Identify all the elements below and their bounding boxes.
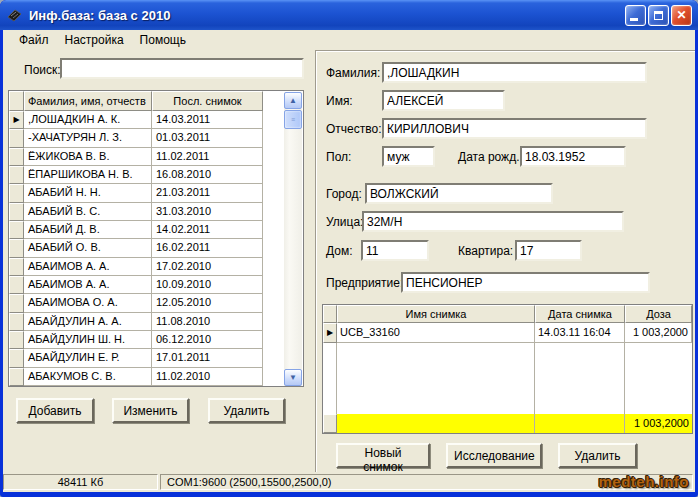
row-selector[interactable] bbox=[9, 129, 24, 147]
title-bar[interactable]: Инф.база: база с 2010 ✕ bbox=[0, 0, 698, 30]
row-selector[interactable] bbox=[9, 221, 24, 239]
patient-row[interactable]: АБАЙДУЛИН Е. Р. 17.01.2011 bbox=[9, 349, 285, 367]
patient-name: АБАИМОВ А. А. bbox=[24, 258, 152, 276]
header-selector-cell bbox=[323, 305, 337, 323]
row-selector[interactable] bbox=[9, 148, 24, 166]
patients-scrollbar[interactable]: ▲ ≡ ▼ bbox=[284, 92, 302, 386]
row-selector[interactable] bbox=[9, 239, 24, 257]
patient-name: АБАБИЙ О. В. bbox=[24, 239, 152, 257]
patient-row[interactable]: АБАЙДУЛИН Ш. Н. 06.12.2010 bbox=[9, 331, 285, 349]
row-selector[interactable] bbox=[9, 166, 24, 184]
patients-table-header: Фамилия, имя, отчеств Посл. снимок bbox=[9, 91, 285, 111]
total-dose-value: 1 003,2000 bbox=[625, 414, 692, 433]
patient-row[interactable]: АБАИМОВ А. А. 17.02.2010 bbox=[9, 258, 285, 276]
house-field[interactable] bbox=[361, 240, 429, 261]
add-button[interactable]: Добавить bbox=[16, 398, 94, 423]
patient-row[interactable]: АБАКУМОВ С. В. 11.02.2010 bbox=[9, 368, 285, 386]
search-input[interactable] bbox=[60, 58, 304, 79]
street-field[interactable] bbox=[362, 211, 624, 232]
lastname-field[interactable] bbox=[382, 62, 647, 83]
maximize-button[interactable] bbox=[648, 5, 669, 26]
patient-date: 21.03.2011 bbox=[152, 184, 263, 202]
firstname-field[interactable] bbox=[382, 90, 505, 111]
row-selector[interactable] bbox=[9, 349, 24, 367]
firstname-label: Имя: bbox=[326, 94, 353, 108]
patient-date: 10.09.2010 bbox=[152, 276, 263, 294]
menu-help[interactable]: Помощь bbox=[132, 31, 194, 49]
company-field[interactable] bbox=[401, 272, 650, 293]
column-header-dose[interactable]: Доза bbox=[625, 305, 692, 323]
row-selector[interactable] bbox=[9, 294, 24, 312]
snapshots-table: Имя снимка Дата снимка Доза ▶ UCB_33160 … bbox=[322, 304, 693, 434]
patient-row[interactable]: АБАБИЙ Н. Н. 21.03.2011 bbox=[9, 184, 285, 202]
delete-patient-button[interactable]: Удалить bbox=[208, 398, 285, 423]
patient-row[interactable]: ЁЖИКОВА В. В. 11.02.2011 bbox=[9, 148, 285, 166]
header-selector-cell bbox=[9, 91, 24, 111]
middlename-field[interactable] bbox=[382, 118, 647, 139]
patient-name: АБАИМОВА О. А. bbox=[24, 294, 152, 312]
patient-row[interactable]: АБАБИЙ В. С. 31.03.2010 bbox=[9, 203, 285, 221]
status-memory: 48411 Кб bbox=[3, 474, 158, 490]
column-header-last-snapshot[interactable]: Посл. снимок bbox=[152, 91, 263, 111]
city-field[interactable] bbox=[365, 183, 553, 204]
column-header-name[interactable]: Фамилия, имя, отчеств bbox=[24, 91, 152, 111]
patient-date: 14.03.2011 bbox=[152, 111, 263, 129]
scrollbar-thumb[interactable]: ≡ bbox=[284, 110, 302, 129]
maximize-icon bbox=[654, 11, 663, 20]
minimize-button[interactable] bbox=[625, 5, 646, 26]
scroll-down-icon[interactable]: ▼ bbox=[284, 369, 302, 386]
patient-name: АБАЙДУЛИН Ш. Н. bbox=[24, 331, 152, 349]
snapshot-row[interactable]: ▶ UCB_33160 14.03.11 16:04 1 003,2000 bbox=[323, 323, 692, 343]
lastname-label: Фамилия: bbox=[326, 66, 380, 80]
row-selector[interactable]: ▶ bbox=[323, 323, 337, 343]
close-button[interactable]: ✕ bbox=[671, 5, 692, 26]
birthdate-field[interactable] bbox=[520, 146, 626, 167]
patient-row[interactable]: АБАБИЙ Д. В. 14.02.2011 bbox=[9, 221, 285, 239]
row-selector[interactable] bbox=[9, 313, 24, 331]
scroll-up-icon[interactable]: ▲ bbox=[284, 92, 302, 109]
delete-snapshot-button[interactable]: Удалить bbox=[558, 443, 637, 468]
patient-row[interactable]: -ХАЧАТУРЯН Л. З. 01.03.2011 bbox=[9, 129, 285, 147]
apartment-field[interactable] bbox=[515, 240, 582, 261]
patient-name: АБАИМОВ А. А. bbox=[24, 276, 152, 294]
row-selector[interactable] bbox=[9, 203, 24, 221]
patient-row[interactable]: АБАИМОВ А. А. 10.09.2010 bbox=[9, 276, 285, 294]
study-button[interactable]: Исследование bbox=[446, 443, 542, 468]
client-area: Файл Настройка Помощь Поиск: Фамилия, им… bbox=[3, 30, 695, 492]
patient-row[interactable]: ЁПАРШИКОВА Н. В. 16.08.2010 bbox=[9, 166, 285, 184]
column-header-snapshot-name[interactable]: Имя снимка bbox=[337, 305, 535, 323]
patient-name: АБАБИЙ Д. В. bbox=[24, 221, 152, 239]
patient-row[interactable]: АБАИМОВА О. А. 12.05.2010 bbox=[9, 294, 285, 312]
row-selector[interactable]: ▶ bbox=[9, 111, 24, 129]
row-selector[interactable] bbox=[9, 184, 24, 202]
birthdate-label: Дата рожд.: bbox=[458, 150, 523, 164]
window-title: Инф.база: база с 2010 bbox=[29, 8, 623, 23]
column-header-snapshot-date[interactable]: Дата снимка bbox=[535, 305, 625, 323]
patient-row[interactable]: АБАЙДУЛИН А. А. 11.08.2010 bbox=[9, 313, 285, 331]
row-selector[interactable] bbox=[9, 276, 24, 294]
scrollbar-track[interactable] bbox=[284, 129, 302, 369]
patient-row[interactable]: АБАБИЙ О. В. 16.02.2011 bbox=[9, 239, 285, 257]
total-empty-cell bbox=[337, 414, 535, 433]
menu-file[interactable]: Файл bbox=[11, 31, 57, 49]
filler-cell bbox=[535, 343, 625, 414]
snapshots-empty-area bbox=[323, 343, 692, 414]
filler-cell bbox=[625, 343, 692, 414]
patient-name: АБАБИЙ В. С. bbox=[24, 203, 152, 221]
total-empty-cell bbox=[535, 414, 625, 433]
current-row-marker: ▶ bbox=[13, 116, 19, 124]
edit-button[interactable]: Изменить bbox=[112, 398, 189, 423]
menu-bar: Файл Настройка Помощь bbox=[3, 30, 695, 50]
row-selector[interactable] bbox=[9, 331, 24, 349]
patient-row[interactable]: ▶ ,ЛОШАДКИН А. К. 14.03.2011 bbox=[9, 111, 285, 129]
row-selector[interactable] bbox=[9, 368, 24, 386]
row-selector[interactable] bbox=[9, 258, 24, 276]
current-row-marker: ▶ bbox=[327, 329, 333, 337]
search-label: Поиск: bbox=[24, 63, 61, 77]
gender-field[interactable] bbox=[382, 146, 435, 167]
patient-name: АБАЙДУЛИН А. А. bbox=[24, 313, 152, 331]
new-snapshot-button[interactable]: Новый снимок bbox=[336, 443, 430, 468]
snapshot-date: 14.03.11 16:04 bbox=[535, 323, 625, 343]
patient-date: 16.02.2011 bbox=[152, 239, 263, 257]
menu-settings[interactable]: Настройка bbox=[57, 31, 132, 49]
